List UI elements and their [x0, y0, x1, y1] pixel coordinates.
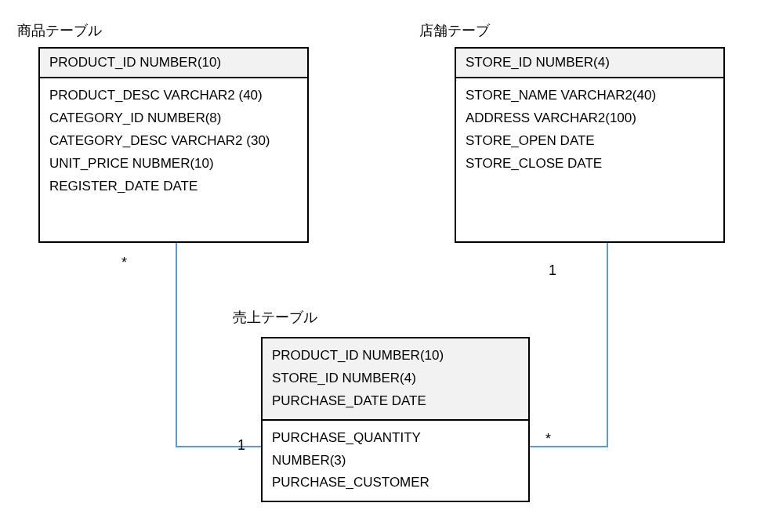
cardinality-store: 1	[549, 262, 556, 279]
store-table: STORE_ID NUMBER(4) STORE_NAME VARCHAR2(4…	[455, 47, 725, 243]
store-table-body: STORE_NAME VARCHAR2(40) ADDRESS VARCHAR2…	[456, 78, 723, 182]
sales-key3: PURCHASE_DATE DATE	[272, 390, 519, 413]
store-table-title: 店舗テーブ	[419, 21, 490, 40]
store-col1: STORE_NAME VARCHAR2(40)	[466, 85, 714, 107]
cardinality-product: *	[121, 255, 127, 271]
product-table: PRODUCT_ID NUMBER(10) PRODUCT_DESC VARCH…	[38, 47, 309, 243]
store-col4: STORE_CLOSE DATE	[466, 153, 714, 176]
sales-table: PRODUCT_ID NUMBER(10) STORE_ID NUMBER(4)…	[261, 337, 530, 502]
sales-table-body: PURCHASE_QUANTITY NUMBER(3) PURCHASE_CUS…	[263, 421, 528, 501]
cardinality-sales-right: *	[545, 431, 551, 447]
store-col2: ADDRESS VARCHAR2(100)	[466, 107, 714, 130]
sales-col1: PURCHASE_QUANTITY	[272, 427, 519, 450]
store-col3: STORE_OPEN DATE	[466, 130, 714, 153]
sales-key1: PRODUCT_ID NUMBER(10)	[272, 345, 519, 367]
product-table-body: PRODUCT_DESC VARCHAR2 (40) CATEGORY_ID N…	[40, 78, 307, 204]
product-table-title: 商品テーブル	[17, 21, 102, 40]
product-col2: CATEGORY_ID NUMBER(8)	[49, 107, 298, 130]
product-col4: UNIT_PRICE NUBMER(10)	[49, 153, 298, 176]
sales-table-title: 売上テーブル	[233, 308, 317, 327]
product-table-key: PRODUCT_ID NUMBER(10)	[40, 49, 307, 78]
sales-col3: PURCHASE_CUSTOMER	[272, 472, 519, 494]
product-col3: CATEGORY_DESC VARCHAR2 (30)	[49, 130, 298, 153]
store-table-key: STORE_ID NUMBER(4)	[456, 49, 723, 78]
sales-col2: NUMBER(3)	[272, 450, 519, 472]
sales-table-keys: PRODUCT_ID NUMBER(10) STORE_ID NUMBER(4)…	[263, 338, 528, 421]
sales-key2: STORE_ID NUMBER(4)	[272, 367, 519, 390]
product-col1: PRODUCT_DESC VARCHAR2 (40)	[49, 85, 298, 107]
cardinality-sales-left: 1	[237, 437, 245, 454]
product-col5: REGISTER_DATE DATE	[49, 176, 298, 198]
